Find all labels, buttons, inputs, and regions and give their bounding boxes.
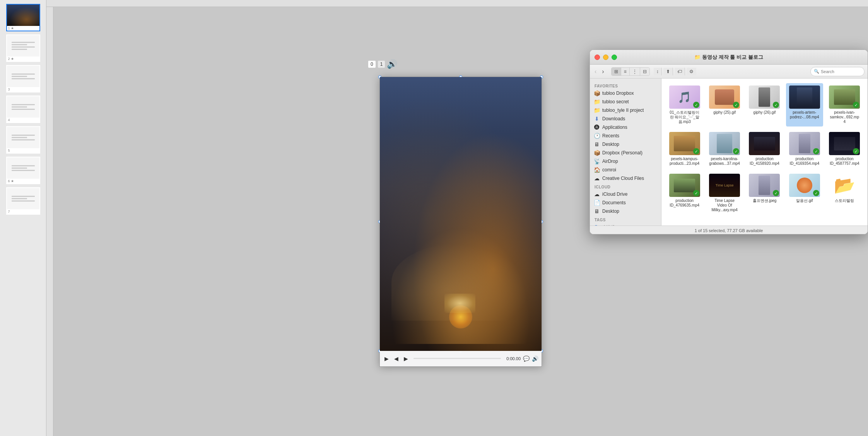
file-check-icon: ✓ [853, 148, 859, 154]
sidebar-item-applications[interactable]: 🅐 Applications [590, 123, 661, 132]
share-button[interactable]: ⬆ [663, 68, 673, 75]
file-thumbnail: ✓ [789, 132, 820, 155]
view-gallery[interactable]: ⊟ [640, 68, 649, 75]
video-content [380, 77, 542, 352]
file-item[interactable]: production ID_4158920.mp4 [746, 130, 783, 168]
sidebar-item-label: Desktop [602, 209, 619, 214]
minimize-button[interactable] [603, 55, 608, 60]
file-name: 알용선.gif [796, 198, 813, 203]
tag-button[interactable]: 🏷 [675, 68, 685, 75]
file-item[interactable]: ✓ 홀프엔샌.jpeg [746, 171, 783, 215]
sidebar-item-tubloo-tyle[interactable]: 📁 tubloo_tyle II project [590, 106, 661, 115]
slide-thumbnail [7, 35, 39, 56]
ruler-left [46, 7, 53, 436]
forward-button[interactable]: › [600, 67, 605, 76]
file-item[interactable]: Time Lapse Time Lapse Video Of Milky...a… [706, 171, 743, 215]
slide-item[interactable]: 7 [6, 187, 40, 215]
tag-dot-blue [594, 225, 598, 226]
sidebar-item-tubloo-dropbox[interactable]: 📦 tubloo Dropbox [590, 89, 661, 97]
file-item[interactable]: ✓ giphy (26).gif [746, 83, 783, 127]
sidebar-item-tag-blue[interactable]: 파란색 [590, 223, 661, 226]
sidebar-item-tubloo-secret[interactable]: 📁 tubloo secret [590, 97, 661, 106]
favorites-label: Favorites [590, 82, 661, 89]
slide-item[interactable]: 1 ★ [6, 4, 40, 31]
back-button[interactable]: ‹ [593, 67, 598, 76]
play-button[interactable]: ▶ [383, 355, 390, 362]
progress-bar[interactable] [413, 358, 501, 359]
subtitles-button[interactable]: 💬 [523, 356, 530, 362]
window-title: 📁 동영상 제작 툴 비교 블로그 [694, 54, 763, 61]
finder-sidebar: Favorites 📦 tubloo Dropbox 📁 tubloo secr… [590, 79, 661, 226]
file-thumbnail: ✓ [829, 85, 860, 109]
desktop-icon: 🖥 [594, 141, 600, 147]
video-slide[interactable]: ▶ ◀ ▶ 0:00.00 💬 🔊 [379, 77, 542, 367]
slide-item[interactable]: 4 [6, 96, 40, 123]
tags-label: Tags [590, 215, 661, 223]
sidebar-item-recents[interactable]: 🕐 Recents [590, 132, 661, 140]
sort-button[interactable]: ↕ [654, 68, 662, 75]
slide-item[interactable]: 5 [6, 126, 40, 154]
sidebar-item-label: Creative Cloud Files [602, 176, 644, 181]
folder-icon: 📁 [694, 54, 701, 60]
sidebar-item-label: Downloads [602, 116, 625, 121]
file-item[interactable]: ✓ pexels-ivan-samkov...692.mp4 [826, 83, 863, 127]
video-controls-bar: ▶ ◀ ▶ 0:00.00 💬 🔊 [380, 351, 542, 366]
file-thumbnail: ✓ [749, 85, 780, 109]
file-item[interactable]: ✓ 알용선.gif [786, 171, 823, 215]
sidebar-item-desktop-icloud[interactable]: 🖥 Desktop [590, 207, 661, 215]
file-item[interactable]: ✓ pexels-karolina-grabows...37.mp4 [706, 130, 743, 168]
file-name: giphy (25).gif [713, 110, 736, 115]
file-check-icon: ✓ [773, 190, 779, 196]
slide-thumbnail [7, 66, 39, 87]
file-name: production ID_4587757.mp4 [829, 157, 860, 166]
sidebar-item-dropbox-personal[interactable]: 📦 Dropbox (Personal) [590, 149, 661, 157]
actions-button[interactable]: ⚙ [687, 68, 696, 75]
slide-thumbnail [7, 157, 39, 179]
slide-item[interactable]: 3 [6, 65, 40, 92]
slide-item[interactable]: 6 ★ [6, 157, 40, 184]
file-thumbnail: Time Lapse [709, 174, 740, 197]
folder-icon: 📁 [594, 99, 600, 105]
sidebar-item-documents[interactable]: 📄 Documents [590, 198, 661, 207]
slide-item[interactable]: 2 ★ [6, 34, 40, 62]
file-item[interactable]: ✓ production ID_4169354.mp4 [786, 130, 823, 168]
view-icon[interactable]: ⊞ [612, 68, 621, 75]
folder-icon: 📂 [834, 175, 855, 195]
prev-frame-button[interactable]: ◀ [393, 355, 400, 362]
sidebar-item-icloud-drive[interactable]: ☁ iCloud Drive [590, 190, 661, 198]
file-item[interactable]: 🎵 ✓ 01_스토리텔링이란 뭐이요_'···'_말음.mp3 [666, 83, 703, 127]
view-list[interactable]: ≡ [621, 68, 630, 75]
time-display: 0:00.00 [506, 356, 521, 361]
status-text: 1 of 15 selected, 77.27 GB available [695, 228, 763, 233]
volume-button[interactable]: 🔊 [532, 356, 538, 362]
finder-body: Favorites 📦 tubloo Dropbox 📁 tubloo secr… [590, 79, 868, 226]
creative-cloud-icon: ☁ [594, 175, 600, 181]
slide-thumbnail [7, 96, 39, 118]
close-button[interactable] [595, 55, 600, 60]
finder-statusbar: 1 of 15 selected, 77.27 GB available [590, 226, 868, 234]
sidebar-item-downloads[interactable]: ⬇ Downloads [590, 115, 661, 123]
file-name: 01_스토리텔링이란 뭐이요_'···'_말음.mp3 [669, 110, 700, 124]
sidebar-item-desktop[interactable]: 🖥 Desktop [590, 140, 661, 149]
sidebar-item-creative-cloud[interactable]: ☁ Creative Cloud Files [590, 174, 661, 183]
file-check-icon: ✓ [773, 102, 779, 108]
sidebar-item-airdrop[interactable]: 📡 AirDrop [590, 157, 661, 166]
recents-icon: 🕐 [594, 133, 600, 139]
sidebar-item-comroi[interactable]: 🏠 comroi [590, 166, 661, 174]
finder-content: 🎵 ✓ 01_스토리텔링이란 뭐이요_'···'_말음.mp3 ✓ giphy … [661, 79, 868, 226]
file-item-selected[interactable]: pexels-artem-podrez-...08.mp4 [786, 83, 823, 127]
file-thumbnail [789, 85, 820, 109]
tag-label: 파란색 [601, 224, 615, 226]
search-input[interactable] [821, 69, 861, 74]
view-column[interactable]: ⋮ [630, 68, 640, 75]
file-name: production ID_4769635.mp4 [669, 198, 700, 208]
file-thumbnail: ✓ [749, 174, 780, 197]
file-item[interactable]: 📂 스토리텔링 [826, 171, 863, 215]
file-item[interactable]: ✓ production ID_4769635.mp4 [666, 171, 703, 215]
file-item[interactable]: ✓ giphy (25).gif [706, 83, 743, 127]
slide-number: 2 ★ [7, 56, 39, 61]
next-frame-button[interactable]: ▶ [402, 355, 410, 362]
maximize-button[interactable] [612, 55, 617, 60]
file-item[interactable]: ✓ production ID_4587757.mp4 [826, 130, 863, 168]
file-item[interactable]: ✓ pexels-kampus-producti...23.mp4 [666, 130, 703, 168]
